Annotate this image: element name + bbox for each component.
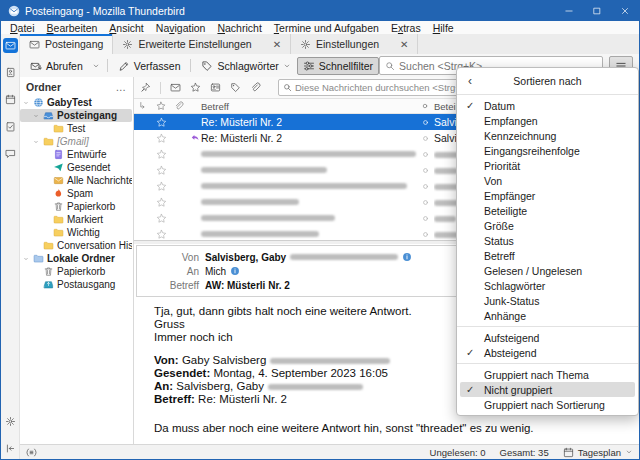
star-icon[interactable]: [156, 229, 167, 240]
star-icon[interactable]: [156, 133, 167, 144]
contact-icon[interactable]: [230, 266, 240, 276]
subject-column-header[interactable]: Betreff: [201, 101, 229, 112]
contact-icon[interactable]: [210, 82, 221, 93]
folder-conversation-history[interactable]: Conversation History: [20, 239, 132, 252]
menu-navigation[interactable]: Navigation: [150, 22, 212, 34]
minimize-button[interactable]: [555, 1, 583, 21]
tag-icon[interactable]: [230, 82, 241, 93]
schnellfilter-button[interactable]: Schnellfilter: [297, 57, 379, 75]
space-settings-button[interactable]: [3, 414, 18, 429]
menu-item-absteigend[interactable]: ✓Absteigend: [460, 345, 635, 360]
folder-posteingang[interactable]: Posteingang: [20, 109, 132, 122]
menu-item-junk-status[interactable]: Junk-Status: [460, 293, 635, 308]
verfassen-button[interactable]: Verfassen: [112, 57, 187, 75]
twisty-icon[interactable]: [22, 100, 30, 106]
menu-item-aufsteigend[interactable]: Aufsteigend: [460, 330, 635, 345]
paperclip-icon[interactable]: [250, 82, 261, 93]
folder-papierkorb[interactable]: Papierkorb: [20, 200, 132, 213]
menu-item-beteiligte[interactable]: Beteiligte: [460, 203, 635, 218]
menu-item-nicht-gruppiert[interactable]: ✓Nicht gruppiert: [460, 382, 635, 397]
schlagwörter-button[interactable]: Schlagwörter: [195, 57, 296, 75]
star-icon[interactable]: [156, 149, 167, 160]
star-icon[interactable]: [156, 213, 167, 224]
space-calendar-button[interactable]: [3, 92, 18, 107]
menu-hilfe[interactable]: Hilfe: [427, 22, 460, 34]
dot-icon[interactable]: [420, 197, 431, 208]
menu-ansicht[interactable]: Ansicht: [103, 22, 149, 34]
menu-item-von[interactable]: Von: [460, 173, 635, 188]
dot-icon[interactable]: [420, 181, 431, 192]
menu-item-status[interactable]: Status: [460, 233, 635, 248]
star-icon[interactable]: [156, 181, 167, 192]
maximize-button[interactable]: [583, 1, 611, 21]
folder-alle-nachrichten[interactable]: Alle Nachrichten: [20, 174, 132, 187]
star-icon[interactable]: [156, 117, 167, 128]
tab-erweiterte-einstellungen[interactable]: Erweiterte Einstellungen✕: [113, 34, 291, 54]
tab-posteingang[interactable]: Posteingang: [20, 34, 113, 54]
folder-wichtig[interactable]: Wichtig: [20, 226, 132, 239]
folder-pane-options-button[interactable]: …: [116, 81, 128, 93]
menu-item-empfangen[interactable]: Empfangen: [460, 113, 635, 128]
folder-entwürfe[interactable]: Entwürfe: [20, 148, 132, 161]
today-pane-toggle[interactable]: Tagesplan: [563, 447, 633, 458]
folder-spam[interactable]: Spam: [20, 187, 132, 200]
menu-item-grö-e[interactable]: Größe: [460, 218, 635, 233]
space-collapse-button[interactable]: [3, 441, 18, 456]
twisty-icon[interactable]: [32, 139, 40, 145]
menu-datei[interactable]: Datei: [4, 22, 41, 34]
star-column-icon[interactable]: [156, 101, 166, 111]
dot-icon[interactable]: [420, 213, 431, 224]
close-button[interactable]: [611, 1, 639, 21]
menu-item-gruppiert-nach-thema[interactable]: Gruppiert nach Thema: [460, 367, 635, 382]
space-mail-button[interactable]: [3, 38, 18, 53]
thread-column-icon[interactable]: [138, 101, 148, 111]
folder-lokale-ordner[interactable]: Lokale Ordner: [20, 252, 132, 265]
space-addressbook-button[interactable]: [3, 65, 18, 80]
menu-item-empfänger[interactable]: Empfänger: [460, 188, 635, 203]
pin-icon[interactable]: [140, 82, 151, 93]
twisty-icon[interactable]: [32, 113, 40, 119]
tab-close-button[interactable]: ✕: [273, 39, 281, 50]
menu-item-gelesen-ungelesen[interactable]: Gelesen / Ungelesen: [460, 263, 635, 278]
twisty-icon[interactable]: [22, 256, 30, 262]
tab-close-button[interactable]: ✕: [400, 39, 408, 50]
contact-icon[interactable]: [402, 252, 412, 262]
dot-icon[interactable]: [420, 165, 431, 176]
folder-gesendet[interactable]: Gesendet: [20, 161, 132, 174]
star-icon[interactable]: [156, 165, 167, 176]
menu-item-priorität[interactable]: Priorität: [460, 158, 635, 173]
menu-item-anhänge[interactable]: Anhänge: [460, 308, 635, 323]
tab-einstellungen[interactable]: Einstellungen✕: [291, 34, 418, 54]
space-chat-button[interactable]: [3, 146, 18, 161]
to-value[interactable]: Mich: [205, 266, 226, 277]
folder-markiert[interactable]: Markiert: [20, 213, 132, 226]
dot-icon[interactable]: [420, 133, 431, 144]
dot-icon[interactable]: [420, 117, 431, 128]
envelope-icon[interactable]: [170, 82, 181, 93]
menu-extras[interactable]: Extras: [385, 22, 427, 34]
menu-item-gruppiert-nach-sortierung[interactable]: Gruppiert nach Sortierung: [460, 397, 635, 412]
menu-item-datum[interactable]: ✓Datum: [460, 98, 635, 113]
space-tasks-button[interactable]: [3, 119, 18, 134]
folder-papierkorb[interactable]: Papierkorb: [20, 265, 132, 278]
menu-item-schlagwörter[interactable]: Schlagwörter: [460, 278, 635, 293]
menu-item-eingangsreihenfolge[interactable]: Eingangsreihenfolge: [460, 143, 635, 158]
menu-back-button[interactable]: ‹: [457, 74, 483, 88]
menu-item-kennzeichnung[interactable]: Kennzeichnung: [460, 128, 635, 143]
abrufen-button[interactable]: Abrufen: [24, 57, 89, 75]
abrufen-dropdown-button[interactable]: [89, 59, 103, 73]
from-value[interactable]: Salvisberg, Gaby: [205, 252, 286, 263]
menu-termine-und-aufgaben[interactable]: Termine und Aufgaben: [268, 22, 385, 34]
folder-gabytest[interactable]: GabyTest: [20, 96, 132, 109]
star-icon[interactable]: [190, 82, 201, 93]
folder--gmail-[interactable]: [Gmail]: [20, 135, 132, 148]
folder-test[interactable]: Test: [20, 122, 132, 135]
menu-bearbeiten[interactable]: Bearbeiten: [41, 22, 104, 34]
menu-item-betreff[interactable]: Betreff: [460, 248, 635, 263]
menu-nachricht[interactable]: Nachricht: [211, 22, 267, 34]
folder-postausgang[interactable]: Postausgang: [20, 278, 132, 291]
dot-icon[interactable]: [420, 229, 431, 240]
dot-icon[interactable]: [420, 149, 431, 160]
star-icon[interactable]: [156, 197, 167, 208]
read-column-icon[interactable]: [420, 101, 430, 111]
